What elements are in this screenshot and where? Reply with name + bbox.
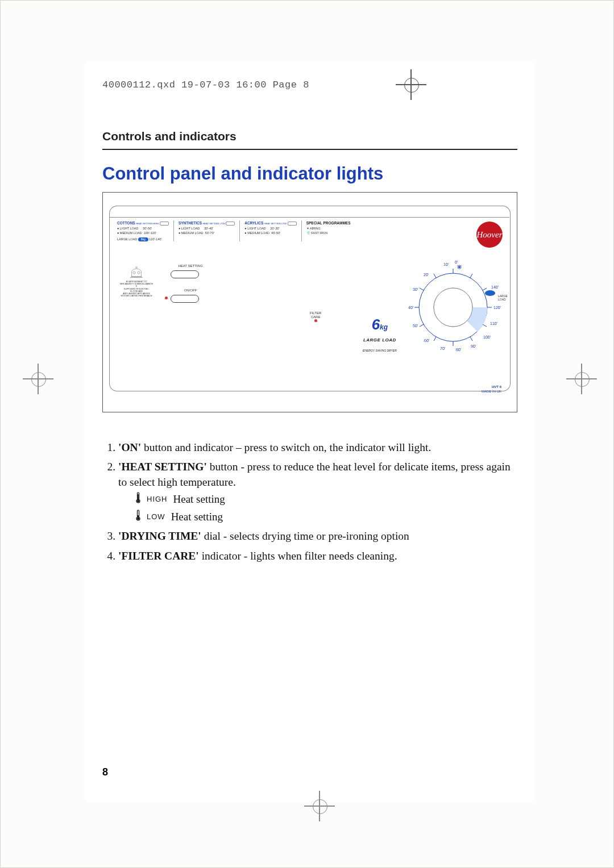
page-scan: 40000112.qxd 19-07-03 16:00 Page 8 Contr…	[0, 0, 614, 868]
capacity-badge: 6kg LARGE LOAD ENERGY SAVING DRYER	[363, 316, 397, 354]
programme-synthetics-label: SYNTHETICS	[179, 221, 202, 225]
page-heading: Control panel and indicator lights	[102, 164, 383, 184]
svg-point-17	[485, 290, 495, 296]
list-item: 'HEAT SETTING' button - press to reduce …	[118, 460, 512, 524]
onoff-label: ON/OFF	[173, 289, 208, 292]
hoover-logo-icon: Hoover	[476, 222, 503, 248]
thermometer-low-icon	[135, 510, 141, 525]
royal-warrant-crest-icon: BY APPOINTMENT TOHER MAJESTY QUEEN ELIZA…	[119, 266, 154, 300]
onoff-button[interactable]	[171, 295, 199, 303]
on-indicator-icon	[165, 297, 168, 299]
svg-line-15	[420, 288, 424, 290]
registration-mark-left-icon	[28, 369, 48, 389]
programme-acrylics-label: ACRYLICS	[244, 221, 263, 225]
heat-setting-label: HEAT SETTING	[173, 264, 208, 268]
svg-point-4	[434, 288, 472, 327]
list-item: 'FILTER CARE' indicator - lights when fi…	[118, 549, 512, 564]
control-panel-figure: Hoover COTTONS HEAT SETTING HIGH ● LIGHT…	[102, 192, 517, 419]
page-sheet: 40000112.qxd 19-07-03 16:00 Page 8 Contr…	[85, 62, 534, 801]
svg-point-0	[133, 272, 135, 274]
dial-large-load-label: LARGE LOAD	[498, 294, 508, 301]
svg-point-29	[137, 518, 139, 520]
svg-rect-24	[138, 494, 138, 500]
drying-time-dial[interactable]: 0' 10' 20' 30' 40' 50' 60' 70' 80' 90' 1…	[405, 259, 501, 356]
list-item: 'ON' button and indicator – press to swi…	[118, 440, 512, 455]
filter-care-label: FILTER CARE	[310, 311, 321, 324]
high-heat-line: HIGH Heat setting	[135, 492, 512, 507]
heat-setting-button[interactable]	[171, 270, 199, 278]
registration-mark-bottom-icon	[310, 796, 329, 816]
page-number: 8	[102, 766, 108, 778]
section-title: Controls and indicators	[102, 130, 237, 143]
svg-line-6	[470, 274, 472, 278]
programme-table: COTTONS HEAT SETTING HIGH ● LIGHT LOAD 3…	[117, 220, 355, 241]
svg-point-1	[138, 272, 140, 274]
filter-care-indicator-icon	[314, 319, 317, 322]
svg-line-9	[483, 324, 487, 327]
svg-line-16	[434, 274, 436, 278]
model-made-label: HVT 6MADE IN UK	[482, 385, 501, 394]
thermometer-high-icon	[135, 492, 141, 507]
registration-mark-right-icon	[572, 369, 591, 389]
programme-special-label: SPECIAL PROGRAMMES	[306, 221, 351, 225]
print-header-line: 40000112.qxd 19-07-03 16:00 Page 8	[102, 80, 309, 90]
svg-point-25	[137, 500, 139, 502]
registration-mark-top-icon	[401, 75, 421, 94]
list-item: 'DRYING TIME' dial - selects drying time…	[118, 529, 512, 544]
svg-line-10	[470, 337, 472, 341]
programme-cottons-label: COTTONS	[117, 221, 135, 225]
svg-rect-28	[138, 515, 138, 518]
low-heat-line: LOW Heat setting	[135, 510, 512, 525]
svg-line-7	[483, 288, 487, 290]
svg-line-12	[434, 337, 436, 341]
svg-line-13	[420, 324, 424, 327]
body-text: 'ON' button and indicator – press to swi…	[102, 440, 512, 568]
section-rule	[102, 149, 517, 150]
